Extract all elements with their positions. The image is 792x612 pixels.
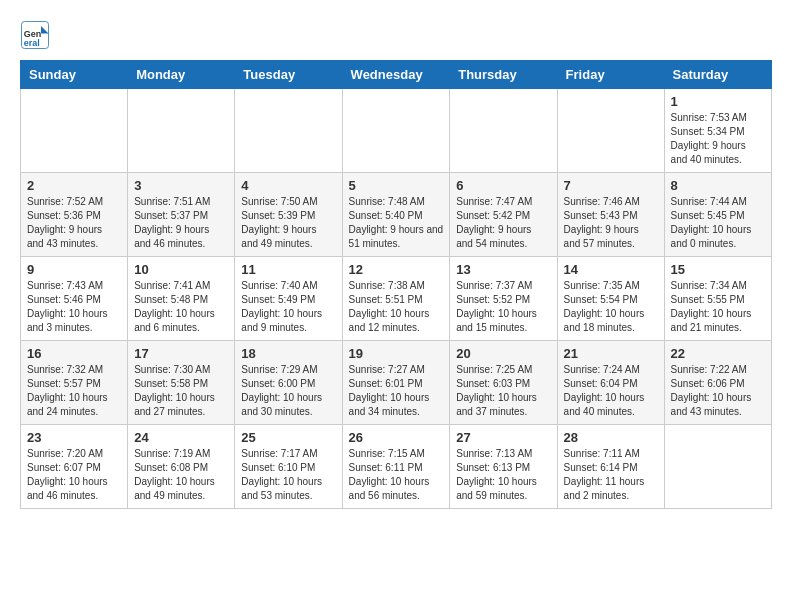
- calendar-week-row: 16Sunrise: 7:32 AM Sunset: 5:57 PM Dayli…: [21, 341, 772, 425]
- logo-icon: Gen eral: [20, 20, 50, 50]
- calendar-day-cell: [557, 89, 664, 173]
- calendar-day-cell: 2Sunrise: 7:52 AM Sunset: 5:36 PM Daylig…: [21, 173, 128, 257]
- day-info: Sunrise: 7:22 AM Sunset: 6:06 PM Dayligh…: [671, 363, 765, 419]
- day-number: 8: [671, 178, 765, 193]
- logo: Gen eral: [20, 20, 54, 50]
- day-number: 20: [456, 346, 550, 361]
- day-info: Sunrise: 7:43 AM Sunset: 5:46 PM Dayligh…: [27, 279, 121, 335]
- day-number: 27: [456, 430, 550, 445]
- calendar-day-cell: 4Sunrise: 7:50 AM Sunset: 5:39 PM Daylig…: [235, 173, 342, 257]
- calendar-day-cell: 11Sunrise: 7:40 AM Sunset: 5:49 PM Dayli…: [235, 257, 342, 341]
- day-of-week-header: Sunday: [21, 61, 128, 89]
- calendar-day-cell: [450, 89, 557, 173]
- day-info: Sunrise: 7:34 AM Sunset: 5:55 PM Dayligh…: [671, 279, 765, 335]
- day-of-week-header: Friday: [557, 61, 664, 89]
- calendar-day-cell: 8Sunrise: 7:44 AM Sunset: 5:45 PM Daylig…: [664, 173, 771, 257]
- day-number: 17: [134, 346, 228, 361]
- day-number: 16: [27, 346, 121, 361]
- calendar-day-cell: 25Sunrise: 7:17 AM Sunset: 6:10 PM Dayli…: [235, 425, 342, 509]
- day-of-week-header: Monday: [128, 61, 235, 89]
- day-number: 14: [564, 262, 658, 277]
- day-number: 7: [564, 178, 658, 193]
- calendar-day-cell: [128, 89, 235, 173]
- day-info: Sunrise: 7:25 AM Sunset: 6:03 PM Dayligh…: [456, 363, 550, 419]
- day-number: 5: [349, 178, 444, 193]
- calendar-day-cell: [235, 89, 342, 173]
- day-of-week-header: Saturday: [664, 61, 771, 89]
- calendar-day-cell: 7Sunrise: 7:46 AM Sunset: 5:43 PM Daylig…: [557, 173, 664, 257]
- day-number: 19: [349, 346, 444, 361]
- day-number: 9: [27, 262, 121, 277]
- calendar-day-cell: [664, 425, 771, 509]
- day-number: 11: [241, 262, 335, 277]
- calendar-day-cell: 20Sunrise: 7:25 AM Sunset: 6:03 PM Dayli…: [450, 341, 557, 425]
- day-of-week-header: Wednesday: [342, 61, 450, 89]
- calendar-day-cell: 13Sunrise: 7:37 AM Sunset: 5:52 PM Dayli…: [450, 257, 557, 341]
- day-number: 4: [241, 178, 335, 193]
- calendar-day-cell: 19Sunrise: 7:27 AM Sunset: 6:01 PM Dayli…: [342, 341, 450, 425]
- day-info: Sunrise: 7:29 AM Sunset: 6:00 PM Dayligh…: [241, 363, 335, 419]
- day-info: Sunrise: 7:50 AM Sunset: 5:39 PM Dayligh…: [241, 195, 335, 251]
- day-number: 1: [671, 94, 765, 109]
- day-info: Sunrise: 7:41 AM Sunset: 5:48 PM Dayligh…: [134, 279, 228, 335]
- day-number: 12: [349, 262, 444, 277]
- day-info: Sunrise: 7:48 AM Sunset: 5:40 PM Dayligh…: [349, 195, 444, 251]
- day-number: 3: [134, 178, 228, 193]
- day-of-week-header: Thursday: [450, 61, 557, 89]
- day-number: 22: [671, 346, 765, 361]
- day-info: Sunrise: 7:13 AM Sunset: 6:13 PM Dayligh…: [456, 447, 550, 503]
- day-info: Sunrise: 7:52 AM Sunset: 5:36 PM Dayligh…: [27, 195, 121, 251]
- day-number: 24: [134, 430, 228, 445]
- day-number: 2: [27, 178, 121, 193]
- calendar-week-row: 23Sunrise: 7:20 AM Sunset: 6:07 PM Dayli…: [21, 425, 772, 509]
- day-number: 6: [456, 178, 550, 193]
- calendar-day-cell: 14Sunrise: 7:35 AM Sunset: 5:54 PM Dayli…: [557, 257, 664, 341]
- calendar-day-cell: 24Sunrise: 7:19 AM Sunset: 6:08 PM Dayli…: [128, 425, 235, 509]
- day-info: Sunrise: 7:30 AM Sunset: 5:58 PM Dayligh…: [134, 363, 228, 419]
- day-info: Sunrise: 7:46 AM Sunset: 5:43 PM Dayligh…: [564, 195, 658, 251]
- day-info: Sunrise: 7:53 AM Sunset: 5:34 PM Dayligh…: [671, 111, 765, 167]
- calendar-day-cell: 21Sunrise: 7:24 AM Sunset: 6:04 PM Dayli…: [557, 341, 664, 425]
- calendar-day-cell: 3Sunrise: 7:51 AM Sunset: 5:37 PM Daylig…: [128, 173, 235, 257]
- calendar-day-cell: 22Sunrise: 7:22 AM Sunset: 6:06 PM Dayli…: [664, 341, 771, 425]
- day-info: Sunrise: 7:19 AM Sunset: 6:08 PM Dayligh…: [134, 447, 228, 503]
- day-of-week-header: Tuesday: [235, 61, 342, 89]
- day-info: Sunrise: 7:20 AM Sunset: 6:07 PM Dayligh…: [27, 447, 121, 503]
- calendar-day-cell: 5Sunrise: 7:48 AM Sunset: 5:40 PM Daylig…: [342, 173, 450, 257]
- day-number: 26: [349, 430, 444, 445]
- calendar-day-cell: 15Sunrise: 7:34 AM Sunset: 5:55 PM Dayli…: [664, 257, 771, 341]
- calendar-week-row: 2Sunrise: 7:52 AM Sunset: 5:36 PM Daylig…: [21, 173, 772, 257]
- calendar-day-cell: 6Sunrise: 7:47 AM Sunset: 5:42 PM Daylig…: [450, 173, 557, 257]
- day-info: Sunrise: 7:44 AM Sunset: 5:45 PM Dayligh…: [671, 195, 765, 251]
- calendar-day-cell: 26Sunrise: 7:15 AM Sunset: 6:11 PM Dayli…: [342, 425, 450, 509]
- calendar-day-cell: 23Sunrise: 7:20 AM Sunset: 6:07 PM Dayli…: [21, 425, 128, 509]
- calendar-day-cell: 1Sunrise: 7:53 AM Sunset: 5:34 PM Daylig…: [664, 89, 771, 173]
- day-info: Sunrise: 7:17 AM Sunset: 6:10 PM Dayligh…: [241, 447, 335, 503]
- calendar-day-cell: 17Sunrise: 7:30 AM Sunset: 5:58 PM Dayli…: [128, 341, 235, 425]
- day-info: Sunrise: 7:47 AM Sunset: 5:42 PM Dayligh…: [456, 195, 550, 251]
- day-number: 15: [671, 262, 765, 277]
- page-header: Gen eral: [20, 20, 772, 50]
- day-number: 28: [564, 430, 658, 445]
- calendar-day-cell: [342, 89, 450, 173]
- day-info: Sunrise: 7:32 AM Sunset: 5:57 PM Dayligh…: [27, 363, 121, 419]
- day-info: Sunrise: 7:35 AM Sunset: 5:54 PM Dayligh…: [564, 279, 658, 335]
- calendar-day-cell: 28Sunrise: 7:11 AM Sunset: 6:14 PM Dayli…: [557, 425, 664, 509]
- day-info: Sunrise: 7:24 AM Sunset: 6:04 PM Dayligh…: [564, 363, 658, 419]
- day-info: Sunrise: 7:11 AM Sunset: 6:14 PM Dayligh…: [564, 447, 658, 503]
- calendar-day-cell: 27Sunrise: 7:13 AM Sunset: 6:13 PM Dayli…: [450, 425, 557, 509]
- day-info: Sunrise: 7:27 AM Sunset: 6:01 PM Dayligh…: [349, 363, 444, 419]
- calendar-day-cell: 12Sunrise: 7:38 AM Sunset: 5:51 PM Dayli…: [342, 257, 450, 341]
- calendar-header-row: SundayMondayTuesdayWednesdayThursdayFrid…: [21, 61, 772, 89]
- calendar-week-row: 9Sunrise: 7:43 AM Sunset: 5:46 PM Daylig…: [21, 257, 772, 341]
- calendar-day-cell: [21, 89, 128, 173]
- svg-text:eral: eral: [24, 38, 40, 48]
- calendar-day-cell: 18Sunrise: 7:29 AM Sunset: 6:00 PM Dayli…: [235, 341, 342, 425]
- day-number: 10: [134, 262, 228, 277]
- day-number: 25: [241, 430, 335, 445]
- day-number: 18: [241, 346, 335, 361]
- calendar-day-cell: 16Sunrise: 7:32 AM Sunset: 5:57 PM Dayli…: [21, 341, 128, 425]
- day-info: Sunrise: 7:15 AM Sunset: 6:11 PM Dayligh…: [349, 447, 444, 503]
- day-number: 21: [564, 346, 658, 361]
- calendar-day-cell: 9Sunrise: 7:43 AM Sunset: 5:46 PM Daylig…: [21, 257, 128, 341]
